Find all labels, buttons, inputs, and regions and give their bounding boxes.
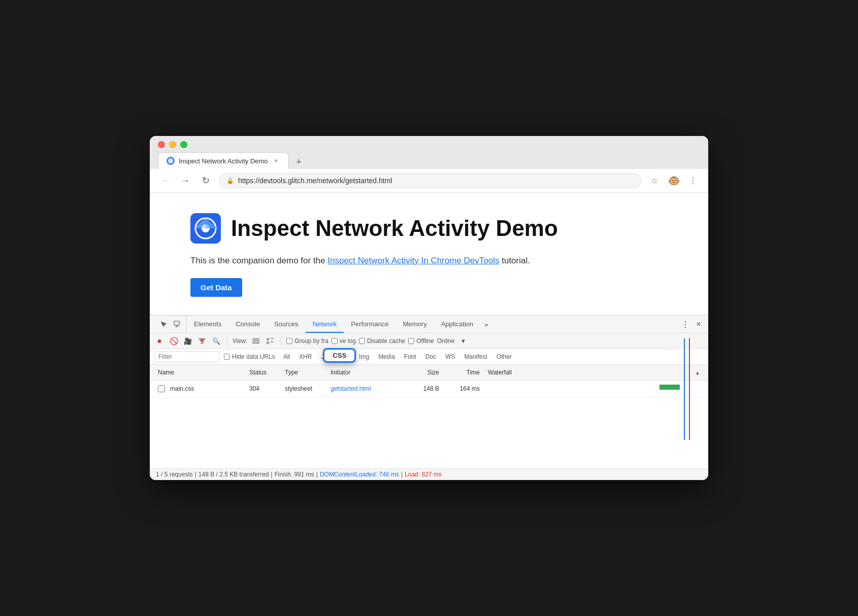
filter-icon[interactable] [196, 335, 208, 347]
cell-type: stylesheet [281, 384, 326, 394]
url-bar[interactable]: 🔒 https://devtools.glitch.me/network/get… [219, 173, 641, 188]
devtools-link[interactable]: Inspect Network Activity In Chrome DevTo… [327, 256, 499, 265]
dom-content-loaded-link[interactable]: DOMContentLoaded: 746 ms [320, 471, 399, 478]
description-before: This is the companion demo for the [190, 256, 327, 265]
filter-tag-media[interactable]: Media [374, 352, 399, 361]
filter-tag-ws[interactable]: WS [441, 352, 459, 361]
col-header-type[interactable]: Type [281, 367, 326, 378]
url-text: https://devtools.glitch.me/network/getst… [238, 177, 392, 185]
hide-data-urls-checkbox-group: Hide data URLs [224, 353, 275, 360]
network-table: Name Status Type Initiator Size Time Wat… [150, 365, 708, 468]
url-path: /network/getstarted.html [316, 177, 392, 185]
status-separator-4: | [401, 471, 403, 478]
browser-window: Inspect Network Activity Demo × + ← → ↻ … [150, 136, 708, 480]
online-label: Online [437, 337, 455, 345]
svg-rect-10 [267, 338, 269, 340]
svg-rect-13 [270, 341, 274, 343]
reload-button[interactable]: ↻ [199, 174, 213, 188]
filter-tag-all[interactable]: All [279, 352, 294, 361]
offline-label: Offline [416, 337, 434, 345]
network-toolbar: ● 🚫 🎥 🔍 View: Group by fra [150, 333, 708, 349]
address-bar: ← → ↻ 🔒 https://devtools.glitch.me/netwo… [150, 169, 708, 193]
record-button[interactable]: ● [154, 335, 165, 347]
disable-cache-label: Disable cache [367, 337, 405, 345]
minimize-button[interactable] [169, 141, 176, 148]
filter-tag-xhr[interactable]: XHR [295, 352, 316, 361]
devtools-icons [154, 316, 187, 333]
filter-tag-img[interactable]: Img [355, 352, 373, 361]
bookmark-button[interactable]: ☆ [647, 174, 662, 188]
col-header-waterfall[interactable]: Waterfall ▲ [484, 367, 704, 378]
preserve-log-checkbox-group: ve log [332, 337, 356, 345]
preserve-log-label: ve log [340, 337, 356, 345]
detail-view-button[interactable] [265, 335, 276, 347]
filter-tag-other[interactable]: Other [492, 352, 516, 361]
tabs-row: Inspect Network Activity Demo × + [158, 152, 700, 169]
waterfall-line-blue [684, 338, 685, 440]
filter-tag-font[interactable]: Font [400, 352, 420, 361]
forward-button[interactable]: → [178, 174, 192, 188]
preserve-log-checkbox[interactable] [332, 338, 338, 344]
search-network-button[interactable]: 🔍 [211, 335, 222, 347]
close-button[interactable] [158, 141, 165, 148]
new-tab-button[interactable]: + [291, 155, 307, 169]
chrome-logo-icon [190, 213, 221, 244]
tab-elements[interactable]: Elements [187, 316, 228, 333]
tab-memory[interactable]: Memory [396, 316, 434, 333]
row-checkbox[interactable] [158, 385, 165, 392]
col-header-name[interactable]: Name [154, 367, 245, 378]
hide-data-urls-checkbox[interactable] [224, 354, 230, 360]
browser-menu-button[interactable]: ⋮ [686, 174, 700, 188]
devtools-menu-button[interactable]: ⋮ [680, 319, 691, 330]
traffic-lights [158, 141, 700, 148]
filter-tags: All XHR JS CSS CSS Img Media Font Doc WS… [279, 352, 516, 361]
toolbar-separator-2 [281, 336, 281, 346]
get-data-button[interactable]: Get Data [190, 278, 242, 297]
waterfall-bar-container [488, 384, 700, 390]
tab-sources[interactable]: Sources [267, 316, 306, 333]
table-row[interactable]: main.css 304 stylesheet getstarted.html … [150, 381, 708, 397]
load-link[interactable]: Load: 827 ms [405, 471, 442, 478]
col-header-initiator[interactable]: Initiator [326, 367, 403, 378]
more-tabs-button[interactable]: » [480, 317, 492, 332]
filter-tag-manifest[interactable]: Manifest [460, 352, 491, 361]
block-icon[interactable]: 🚫 [168, 335, 179, 347]
col-header-status[interactable]: Status [245, 367, 281, 378]
col-header-size[interactable]: Size [403, 367, 443, 378]
filter-input[interactable] [154, 351, 220, 362]
devtools-close-button[interactable]: × [693, 319, 704, 330]
description-after: tutorial. [499, 256, 530, 265]
tab-close-button[interactable]: × [272, 157, 280, 165]
cursor-icon[interactable] [158, 319, 169, 330]
view-label: View: [233, 337, 247, 345]
profile-avatar[interactable]: 🐵 [667, 174, 681, 188]
filter-tag-doc[interactable]: Doc [421, 352, 440, 361]
list-view-button[interactable] [250, 335, 261, 347]
col-header-time[interactable]: Time [443, 367, 484, 378]
cell-time: 164 ms [443, 384, 484, 394]
title-bar: Inspect Network Activity Demo × + [150, 136, 708, 169]
hide-data-urls-label: Hide data URLs [232, 353, 275, 360]
tab-performance[interactable]: Performance [344, 316, 395, 333]
svg-rect-5 [176, 326, 178, 327]
fullscreen-button[interactable] [180, 141, 187, 148]
disable-cache-checkbox[interactable] [359, 338, 365, 344]
back-button[interactable]: ← [158, 174, 172, 188]
url-base: https://devtools.glitch.me [238, 177, 316, 185]
network-table-header: Name Status Type Initiator Size Time Wat… [150, 365, 708, 381]
page-description: This is the companion demo for the Inspe… [190, 256, 668, 266]
status-separator-1: | [195, 471, 196, 478]
tab-network[interactable]: Network [306, 316, 344, 333]
group-by-frame-label: Group by fra [294, 337, 328, 345]
devtools-toolbar: Elements Console Sources Network Perform… [150, 316, 708, 333]
offline-checkbox[interactable] [408, 338, 414, 344]
active-tab[interactable]: Inspect Network Activity Demo × [158, 152, 289, 169]
devtools-panel: Elements Console Sources Network Perform… [150, 315, 708, 480]
status-separator-2: | [271, 471, 273, 478]
throttle-dropdown[interactable]: ▼ [457, 335, 469, 347]
group-by-frame-checkbox[interactable] [286, 338, 292, 344]
device-icon[interactable] [171, 319, 182, 330]
tab-application[interactable]: Application [434, 316, 481, 333]
camera-icon[interactable]: 🎥 [182, 335, 193, 347]
tab-console[interactable]: Console [228, 316, 267, 333]
